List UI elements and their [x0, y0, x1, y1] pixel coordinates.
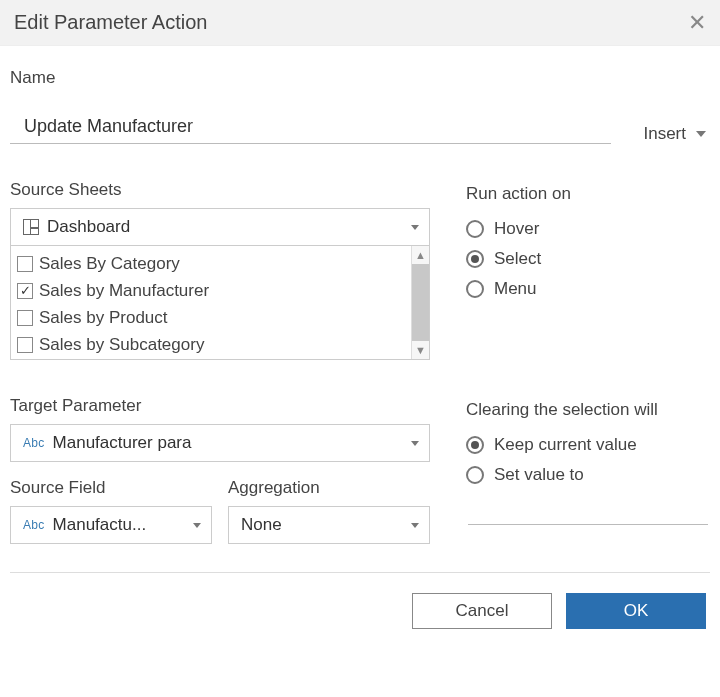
list-item[interactable]: Sales By Category: [17, 250, 405, 277]
set-value-input-line: [468, 524, 708, 525]
dashboard-dropdown[interactable]: Dashboard: [10, 208, 430, 246]
insert-menu[interactable]: Insert: [643, 124, 706, 144]
scrollbar-thumb[interactable]: [412, 264, 429, 341]
target-parameter-value: Manufacturer para: [53, 433, 411, 453]
list-item-label: Sales by Product: [39, 308, 168, 328]
checkbox-icon[interactable]: [17, 256, 33, 272]
list-item[interactable]: Sales by Subcategory: [17, 331, 405, 358]
ok-button[interactable]: OK: [566, 593, 706, 629]
list-item[interactable]: Sales by Product: [17, 304, 405, 331]
radio-icon: [466, 250, 484, 268]
target-parameter-dropdown[interactable]: Abc Manufacturer para: [10, 424, 430, 462]
source-field-value: Manufactu...: [53, 515, 193, 535]
radio-icon: [466, 220, 484, 238]
dashboard-icon: [23, 219, 39, 235]
list-item[interactable]: ✓ Sales by Manufacturer: [17, 277, 405, 304]
action-name-input[interactable]: [10, 112, 611, 144]
chevron-down-icon: [411, 225, 419, 230]
list-item-label: Sales by Manufacturer: [39, 281, 209, 301]
checkbox-icon[interactable]: [17, 337, 33, 353]
chevron-down-icon: [411, 441, 419, 446]
list-item-label: Sales By Category: [39, 254, 180, 274]
cancel-button[interactable]: Cancel: [412, 593, 552, 629]
abc-icon: Abc: [23, 436, 45, 450]
radio-label: Keep current value: [494, 435, 637, 455]
radio-icon: [466, 436, 484, 454]
chevron-down-icon: [193, 523, 201, 528]
radio-icon: [466, 466, 484, 484]
list-item-label: Sales by Subcategory: [39, 335, 204, 355]
dialog-titlebar: Edit Parameter Action ✕: [0, 0, 720, 46]
scrollbar[interactable]: ▲ ▼: [411, 246, 429, 359]
target-parameter-label: Target Parameter: [10, 396, 430, 416]
name-label: Name: [10, 68, 706, 88]
dialog-title: Edit Parameter Action: [14, 11, 207, 34]
clearing-label: Clearing the selection will: [466, 400, 706, 420]
checkbox-icon[interactable]: ✓: [17, 283, 33, 299]
radio-label: Set value to: [494, 465, 584, 485]
run-action-on-label: Run action on: [466, 184, 706, 204]
aggregation-value: None: [241, 515, 411, 535]
scroll-up-icon[interactable]: ▲: [412, 246, 429, 264]
radio-hover[interactable]: Hover: [466, 214, 706, 244]
source-field-label: Source Field: [10, 478, 212, 498]
radio-set-value[interactable]: Set value to: [466, 460, 706, 490]
radio-label: Menu: [494, 279, 537, 299]
source-sheets-label: Source Sheets: [10, 180, 430, 200]
insert-label: Insert: [643, 124, 686, 144]
abc-icon: Abc: [23, 518, 45, 532]
radio-icon: [466, 280, 484, 298]
chevron-down-icon: [411, 523, 419, 528]
radio-keep-current[interactable]: Keep current value: [466, 430, 706, 460]
chevron-down-icon: [696, 131, 706, 137]
radio-label: Hover: [494, 219, 539, 239]
radio-label: Select: [494, 249, 541, 269]
dashboard-selected: Dashboard: [47, 217, 411, 237]
source-field-dropdown[interactable]: Abc Manufactu...: [10, 506, 212, 544]
checkbox-icon[interactable]: [17, 310, 33, 326]
clearing-radio-group: Keep current value Set value to: [466, 430, 706, 490]
radio-menu[interactable]: Menu: [466, 274, 706, 304]
aggregation-dropdown[interactable]: None: [228, 506, 430, 544]
aggregation-label: Aggregation: [228, 478, 430, 498]
run-on-radio-group: Hover Select Menu: [466, 214, 706, 304]
radio-select[interactable]: Select: [466, 244, 706, 274]
sheets-listbox: Sales By Category ✓ Sales by Manufacture…: [10, 246, 430, 360]
close-icon[interactable]: ✕: [688, 12, 706, 34]
scroll-down-icon[interactable]: ▼: [412, 341, 429, 359]
